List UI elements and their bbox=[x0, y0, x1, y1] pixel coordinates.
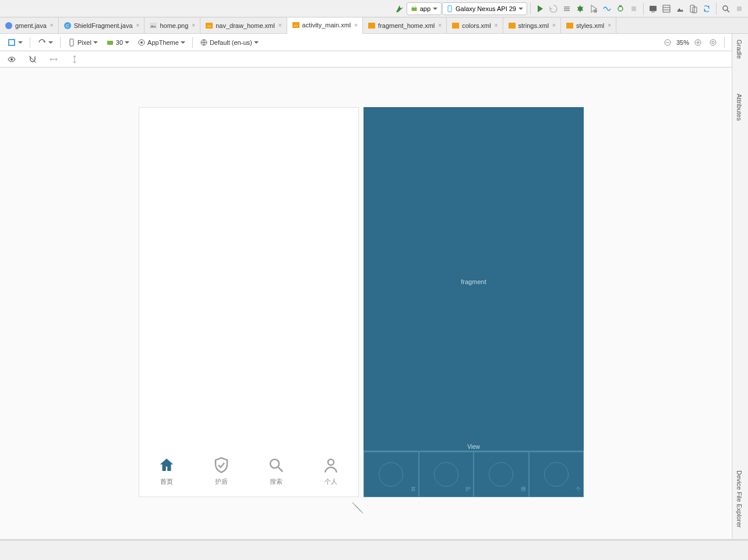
tab-label: fragment_home.xml bbox=[378, 22, 435, 29]
file-tab[interactable]: fragment_home.xml × bbox=[363, 17, 447, 33]
design-canvas[interactable]: 首页 护盾 搜索 个人 fragment View bbox=[0, 68, 731, 539]
nav-person[interactable]: 个人 bbox=[322, 456, 340, 486]
device-select[interactable]: Pixel bbox=[65, 37, 100, 48]
blueprint-view-label: View bbox=[364, 444, 584, 450]
blueprint-preview[interactable]: fragment View 首 护 搜 个 bbox=[364, 107, 584, 497]
zoom-value: 35% bbox=[676, 39, 689, 46]
java-icon bbox=[5, 22, 13, 30]
visibility-icon[interactable] bbox=[5, 54, 19, 65]
coverage-button[interactable] bbox=[587, 2, 600, 15]
svg-rect-26 bbox=[566, 23, 573, 29]
file-tab-bar: gment.java × C ShieldFragment.java × hom… bbox=[0, 17, 748, 34]
api-level: 30 bbox=[116, 39, 123, 46]
close-icon[interactable]: × bbox=[354, 22, 358, 29]
file-tab[interactable]: strings.xml × bbox=[503, 17, 561, 33]
device-label: Galaxy Nexus API 29 bbox=[456, 5, 516, 12]
vertical-expand-icon[interactable] bbox=[68, 54, 82, 65]
close-icon[interactable]: × bbox=[552, 22, 556, 29]
apply-changes-button[interactable] bbox=[547, 2, 560, 15]
blueprint-nav-item[interactable]: 搜 bbox=[474, 452, 529, 497]
bp-label: 个 bbox=[576, 485, 581, 493]
run-config-combo[interactable]: app bbox=[407, 2, 442, 15]
theme-select[interactable]: AppTheme bbox=[135, 37, 188, 48]
resource-manager-button[interactable] bbox=[673, 2, 686, 15]
file-tab[interactable]: colors.xml × bbox=[447, 17, 503, 33]
locale-select[interactable]: Default (en-us) bbox=[197, 37, 261, 48]
class-icon: C bbox=[63, 22, 72, 30]
nav-shield[interactable]: 护盾 bbox=[213, 456, 230, 486]
profiler-button[interactable] bbox=[601, 2, 613, 15]
blueprint-nav-item[interactable]: 个 bbox=[529, 452, 584, 497]
stop-button[interactable] bbox=[627, 2, 640, 15]
avd-manager-button[interactable] bbox=[647, 2, 659, 15]
separator bbox=[716, 3, 717, 15]
theme-name: AppTheme bbox=[147, 39, 179, 46]
home-icon bbox=[158, 456, 175, 474]
close-icon[interactable]: × bbox=[278, 22, 282, 29]
svg-text:<>: <> bbox=[207, 24, 212, 28]
file-tab[interactable]: styles.xml × bbox=[561, 17, 616, 33]
blueprint-nav-item[interactable]: 护 bbox=[419, 452, 474, 497]
svg-rect-3 bbox=[448, 5, 451, 12]
blueprint-icon-placeholder bbox=[434, 462, 458, 487]
close-icon[interactable]: × bbox=[192, 22, 195, 29]
separator bbox=[724, 37, 725, 48]
blueprint-nav-item[interactable]: 首 bbox=[364, 452, 419, 497]
device-name: Pixel bbox=[77, 39, 91, 46]
debug-button[interactable] bbox=[574, 2, 587, 15]
zoom-in-button[interactable] bbox=[691, 37, 704, 48]
device-combo[interactable]: Galaxy Nexus API 29 bbox=[442, 2, 527, 15]
api-select[interactable]: 30 bbox=[104, 37, 132, 48]
attach-debugger-button[interactable] bbox=[614, 2, 627, 15]
caret-icon bbox=[48, 41, 53, 44]
nav-search[interactable]: 搜索 bbox=[267, 456, 285, 486]
close-icon[interactable]: × bbox=[608, 22, 611, 29]
orientation-button[interactable] bbox=[35, 37, 55, 48]
xml-icon: <> bbox=[205, 22, 213, 30]
sdk-manager-button[interactable] bbox=[660, 2, 673, 15]
svg-point-32 bbox=[140, 41, 143, 44]
resize-handle[interactable] bbox=[350, 504, 365, 512]
close-icon[interactable]: × bbox=[136, 22, 140, 29]
file-tab[interactable]: home.png × bbox=[144, 17, 200, 33]
settings-icon[interactable] bbox=[733, 2, 746, 15]
make-button[interactable] bbox=[393, 2, 406, 15]
bottom-nav: 首页 护盾 搜索 个人 bbox=[139, 446, 358, 497]
file-tab-active[interactable]: <> activity_main.xml × bbox=[287, 17, 364, 34]
locale-name: Default (en-us) bbox=[210, 39, 252, 46]
apply-code-button[interactable] bbox=[560, 2, 573, 15]
layout-inspector-button[interactable] bbox=[687, 2, 700, 15]
design-surface-button[interactable] bbox=[5, 37, 25, 48]
side-tab-gradle[interactable]: Gradle bbox=[732, 34, 746, 65]
tab-label: gment.java bbox=[15, 22, 47, 29]
magnet-icon[interactable] bbox=[26, 54, 40, 65]
horizontal-expand-icon[interactable] bbox=[47, 54, 61, 65]
blueprint-fragment-label: fragment bbox=[364, 278, 584, 285]
svg-text:<>: <> bbox=[294, 24, 298, 27]
svg-rect-7 bbox=[631, 6, 636, 11]
close-icon[interactable]: × bbox=[438, 22, 442, 29]
separator bbox=[530, 3, 531, 15]
close-icon[interactable]: × bbox=[50, 22, 54, 29]
person-icon bbox=[322, 456, 340, 474]
search-icon[interactable] bbox=[719, 2, 732, 15]
file-tab[interactable]: gment.java × bbox=[0, 17, 59, 33]
close-icon[interactable]: × bbox=[495, 22, 498, 29]
fragment-container[interactable] bbox=[139, 108, 358, 446]
zoom-out-button[interactable] bbox=[661, 37, 674, 48]
file-tab[interactable]: C ShieldFragment.java × bbox=[59, 17, 145, 33]
zoom-fit-button[interactable] bbox=[707, 37, 719, 48]
tab-label: styles.xml bbox=[576, 22, 604, 29]
file-tab[interactable]: <> nav_draw_home.xml × bbox=[200, 17, 287, 33]
nav-home[interactable]: 首页 bbox=[158, 456, 175, 486]
run-button[interactable] bbox=[534, 2, 546, 15]
svg-text:C: C bbox=[66, 23, 69, 29]
side-tab-attributes[interactable]: Attributes bbox=[732, 88, 746, 126]
design-preview[interactable]: 首页 护盾 搜索 个人 bbox=[139, 107, 359, 497]
svg-rect-23 bbox=[368, 23, 375, 29]
sync-button[interactable] bbox=[700, 2, 713, 15]
svg-rect-30 bbox=[107, 41, 113, 45]
side-tab-device-explorer[interactable]: Device File Explorer bbox=[732, 465, 746, 533]
zoom-controls: 35% bbox=[661, 37, 719, 48]
svg-rect-29 bbox=[70, 39, 73, 46]
